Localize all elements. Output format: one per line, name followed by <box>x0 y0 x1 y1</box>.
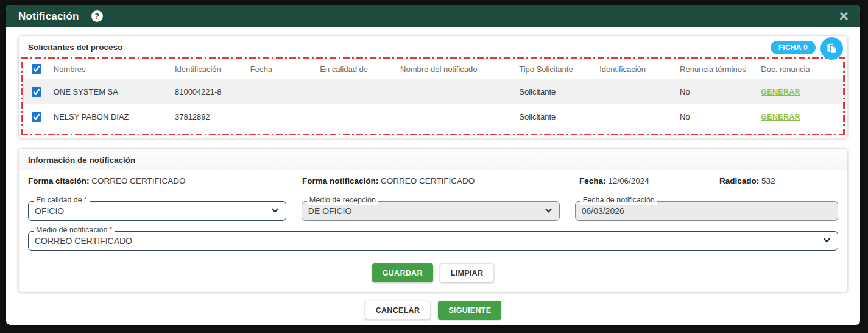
column-header-identificacion: Identificación <box>172 59 248 79</box>
select-row-checkbox[interactable] <box>32 87 41 97</box>
table-row: NELSY PABON DIAZ 37812892 Solicitante No… <box>23 104 843 129</box>
notification-summary: Forma citación: CORREO CERTIFICADO Forma… <box>19 170 847 188</box>
ficha-badge: FICHA 0 <box>771 41 816 54</box>
informacion-section-title: Información de notificación <box>19 149 847 170</box>
fecha-de-notificacion-input: Fecha de notificación 06/03/2026 <box>575 201 838 221</box>
field-value: CORREO CERTIFICADO <box>35 236 819 246</box>
medio-de-notificacion-select[interactable]: Medio de notificación* CORREO CERTIFICAD… <box>28 231 838 251</box>
modal-content: Solicitantes del proceso FICHA 0 <box>6 27 860 320</box>
copy-ficha-button[interactable] <box>820 37 843 60</box>
footer-buttons: CANCELAR SIGUIENTE <box>18 301 848 320</box>
field-label: Medio de recepción <box>309 196 376 204</box>
generar-link[interactable]: GENERAR <box>761 113 800 121</box>
column-header-renuncia-terminos: Renuncia términos <box>677 59 758 79</box>
column-header-doc-renuncia: Doc. renuncia <box>758 59 843 79</box>
modal-header: Notificación ? ✕ <box>6 5 860 27</box>
modal-title: Notificación <box>18 10 79 23</box>
generar-link[interactable]: GENERAR <box>761 88 800 96</box>
forma-notificacion: Forma notificación: CORREO CERTIFICADO <box>302 176 579 185</box>
radicado: Radicado: 532 <box>719 176 838 185</box>
table-header-row: Nombres Identificación Fecha En calidad … <box>23 59 843 79</box>
solicitantes-section-title: Solicitantes del proceso <box>19 36 847 57</box>
help-icon[interactable]: ? <box>91 10 103 22</box>
cell-identificacion-notificado <box>597 79 677 104</box>
fields-row: En calidad de* OFICIO Medio de recepción… <box>19 188 847 221</box>
chevron-down-icon <box>822 235 831 246</box>
dashed-border-bottom <box>21 134 845 135</box>
chevron-down-icon <box>270 206 280 217</box>
dashed-border-left <box>21 57 23 135</box>
solicitantes-table-zone: Nombres Identificación Fecha En calidad … <box>21 57 845 135</box>
cell-nombre-del-notificado <box>398 79 517 104</box>
form-buttons: GUARDAR LIMPIAR <box>19 251 847 292</box>
cell-identificacion: 37812892 <box>172 104 248 129</box>
chevron-down-icon <box>544 206 553 217</box>
cell-en-calidad-de <box>317 104 398 129</box>
required-asterisk: * <box>109 226 112 234</box>
solicitantes-card: Solicitantes del proceso FICHA 0 <box>18 35 848 138</box>
column-header-nombre-del-notificado: Nombre del notificado <box>398 59 517 79</box>
notification-modal: Notificación ? ✕ Solicitantes del proces… <box>6 5 860 325</box>
cell-renuncia-terminos: No <box>677 104 758 129</box>
fecha: Fecha: 12/06/2024 <box>579 176 719 185</box>
cell-tipo-solicitante: Solicitante <box>517 104 597 129</box>
field-value: OFICIO <box>35 206 267 216</box>
cell-identificacion: 810004221-8 <box>172 79 248 104</box>
cell-nombre-del-notificado <box>398 104 517 129</box>
dashed-border-top <box>21 57 845 59</box>
guardar-button[interactable]: GUARDAR <box>372 263 433 282</box>
close-icon[interactable]: ✕ <box>838 10 849 23</box>
informacion-card: Información de notificación Forma citaci… <box>18 148 848 292</box>
cell-nombres: ONE SYSTEM SA <box>51 79 172 104</box>
dashed-border-right <box>843 57 845 135</box>
cell-fecha <box>248 104 317 129</box>
cancelar-button[interactable]: CANCELAR <box>365 301 431 320</box>
column-header-identificacion-2: Identificación <box>597 59 677 79</box>
column-header-fecha: Fecha <box>248 59 317 79</box>
required-asterisk: * <box>84 196 87 204</box>
cell-identificacion-notificado <box>597 104 677 129</box>
field-value: 06/03/2026 <box>582 206 831 216</box>
en-calidad-de-select[interactable]: En calidad de* OFICIO <box>28 201 286 221</box>
cell-fecha <box>248 79 317 104</box>
cell-renuncia-terminos: No <box>677 79 758 104</box>
copy-pages-icon <box>825 42 838 55</box>
cell-en-calidad-de <box>317 79 398 104</box>
field-label: Fecha de notificación <box>583 196 655 204</box>
limpiar-button[interactable]: LIMPIAR <box>440 263 495 282</box>
forma-citacion: Forma citación: CORREO CERTIFICADO <box>28 176 302 185</box>
fields-row-2: Medio de notificación* CORREO CERTIFICAD… <box>28 231 838 251</box>
solicitantes-table: Nombres Identificación Fecha En calidad … <box>23 59 843 129</box>
table-row: ONE SYSTEM SA 810004221-8 Solicitante No… <box>23 79 843 104</box>
select-row-checkbox[interactable] <box>32 112 41 122</box>
field-value: DE OFICIO <box>308 206 540 216</box>
medio-de-recepcion-select: Medio de recepción DE OFICIO <box>302 201 560 221</box>
select-all-checkbox[interactable] <box>32 64 41 74</box>
field-label: En calidad de <box>36 196 82 204</box>
cell-tipo-solicitante: Solicitante <box>517 79 597 104</box>
column-header-nombres: Nombres <box>51 59 172 79</box>
siguiente-button[interactable]: SIGUIENTE <box>438 301 501 320</box>
column-header-en-calidad-de: En calidad de <box>317 59 398 79</box>
cell-nombres: NELSY PABON DIAZ <box>51 104 172 129</box>
column-header-tipo-solicitante: Tipo Solicitante <box>517 59 597 79</box>
field-label: Medio de notificación <box>36 226 107 234</box>
